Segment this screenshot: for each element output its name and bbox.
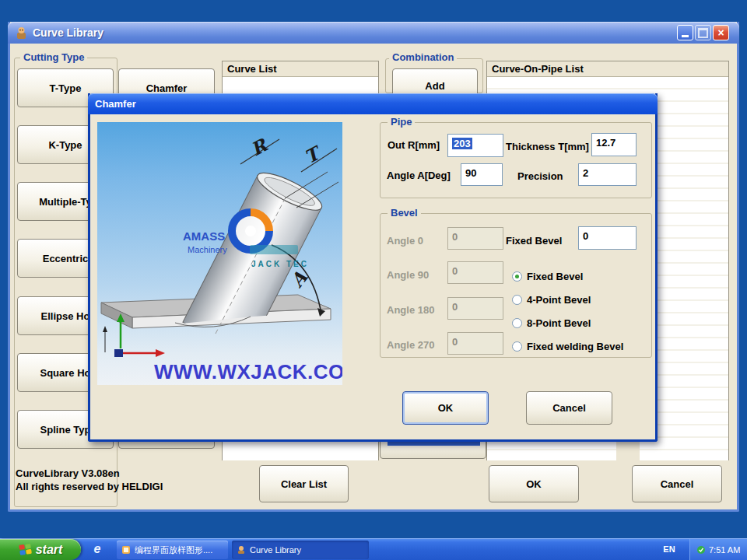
fixed-bevel-label: Fixed Bevel: [506, 235, 562, 247]
curve-list-header: Curve List: [223, 61, 378, 77]
dialog-ok-button[interactable]: OK: [402, 391, 489, 425]
radio-4-point-bevel-label[interactable]: 4-Point Bevel: [527, 294, 591, 306]
pipe-group-label: Pipe: [388, 117, 415, 128]
brand-cn-blur: [250, 245, 298, 254]
start-label: start: [36, 543, 63, 557]
taskbar-item-cad[interactable]: 编程界面放样图形....: [117, 541, 228, 559]
pipe-illustration: R T A AMASS Machinery JACK TE: [97, 122, 342, 385]
thickness-label: Thickness T[mm]: [506, 141, 589, 152]
out-r-input[interactable]: 203: [447, 134, 503, 157]
radio-8-point-bevel-label[interactable]: 8-Point Bevel: [527, 317, 591, 329]
system-tray: 7:51 AM: [689, 539, 747, 560]
curve-on-pipe-header: Curve-On-Pipe List: [487, 61, 728, 77]
brand-machinery: Machinery: [188, 245, 227, 254]
bevel-group-label: Bevel: [388, 208, 421, 219]
start-button[interactable]: start: [0, 539, 81, 560]
clear-list-button[interactable]: Clear List: [259, 465, 349, 502]
radio-fixed-bevel[interactable]: [512, 271, 522, 282]
angle-a-label: Angle A[Deg]: [387, 170, 451, 181]
minimize-button[interactable]: [677, 25, 693, 40]
clock: 7:51 AM: [709, 545, 740, 555]
precision-label: Precision: [517, 170, 563, 182]
angle270-input: 0: [447, 332, 503, 355]
desktop: Curve Library × Cutting Type T-Type K-Ty…: [0, 0, 747, 560]
cutting-type-label: Cutting Type: [20, 52, 87, 63]
main-cancel-button[interactable]: Cancel: [632, 465, 722, 502]
fixed-bevel-input[interactable]: 0: [578, 226, 637, 250]
pipe-diagram-svg: R T A AMASS Machinery JACK TE: [97, 122, 342, 385]
radio-fixed-welding-bevel-label[interactable]: Fixed welding Bevel: [527, 341, 623, 352]
out-r-label: Out R[mm]: [388, 139, 440, 151]
version-line2: All rights reserved by HELDIGI: [16, 480, 163, 493]
out-r-value: 203: [452, 138, 472, 149]
angle270-label: Angle 270: [387, 339, 434, 351]
angle90-label: Angle 90: [387, 269, 429, 281]
brand-amass: AMASS: [183, 229, 225, 243]
combination-label: Combination: [389, 52, 457, 63]
app-icon: [15, 26, 28, 40]
windows-flag-icon: [19, 543, 32, 556]
chamfer-dialog-title: Chamfer: [95, 98, 136, 110]
cad-app-icon: [121, 545, 131, 555]
precision-input[interactable]: 2: [578, 163, 637, 186]
main-ok-button[interactable]: OK: [489, 465, 579, 502]
angle0-label: Angle 0: [387, 235, 423, 247]
taskbar: [0, 538, 747, 560]
chamfer-dialog-titlebar[interactable]: Chamfer: [88, 93, 658, 114]
version-info: CurveLibrary V3.08en All rights reserved…: [16, 467, 163, 493]
window-title: Curve Library: [33, 26, 103, 39]
curve-library-app-icon: [237, 545, 246, 555]
radio-fixed-welding-bevel[interactable]: [512, 341, 522, 352]
quick-launch-ie-icon[interactable]: e: [90, 542, 104, 556]
angle0-input: 0: [447, 227, 503, 250]
close-button[interactable]: ×: [713, 25, 729, 40]
language-indicator[interactable]: EN: [658, 541, 680, 557]
angle90-input: 0: [447, 261, 503, 284]
radio-fixed-bevel-label[interactable]: Fixed Bevel: [527, 271, 583, 282]
taskbar-item-cad-label: 编程界面放样图形....: [135, 544, 212, 556]
dim-t-label: T: [301, 141, 326, 167]
angle180-input: 0: [447, 297, 503, 320]
angle-a-input[interactable]: 90: [461, 163, 503, 186]
angle180-label: Angle 180: [387, 304, 434, 316]
thickness-input[interactable]: 12.7: [591, 133, 637, 156]
maximize-button[interactable]: [695, 25, 711, 40]
radio-4-point-bevel[interactable]: [512, 295, 522, 305]
radio-8-point-bevel[interactable]: [512, 318, 522, 328]
dialog-cancel-button[interactable]: Cancel: [526, 391, 612, 425]
website-watermark: WWW.WXJACK.COM: [154, 360, 342, 383]
taskbar-item-curve-library-label: Curve Library: [250, 545, 301, 555]
version-line1: CurveLibrary V3.08en: [16, 467, 163, 480]
main-titlebar: Curve Library: [8, 22, 739, 44]
brand-jack-tec: JACK TEC: [251, 260, 309, 268]
taskbar-item-curve-library[interactable]: Curve Library: [232, 541, 369, 559]
tray-status-icon[interactable]: [696, 545, 706, 555]
